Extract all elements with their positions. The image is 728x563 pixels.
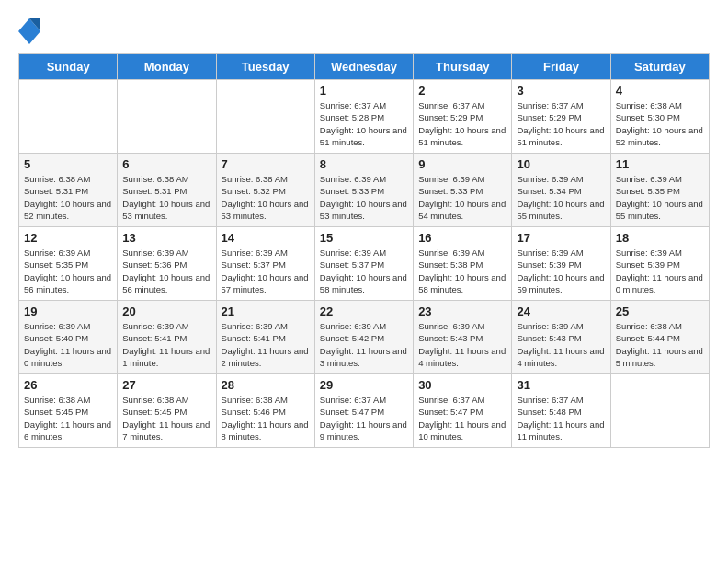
- day-number: 14: [222, 231, 310, 245]
- day-number: 16: [418, 231, 506, 245]
- calendar-cell: 3Sunrise: 6:37 AM Sunset: 5:29 PM Daylig…: [512, 80, 610, 154]
- calendar-cell: 16Sunrise: 6:39 AM Sunset: 5:38 PM Dayli…: [414, 227, 512, 301]
- day-number: 9: [418, 157, 506, 171]
- day-number: 2: [418, 84, 506, 98]
- calendar-cell: 25Sunrise: 6:38 AM Sunset: 5:44 PM Dayli…: [610, 301, 709, 374]
- calendar-week-row: 12Sunrise: 6:39 AM Sunset: 5:35 PM Dayli…: [19, 227, 710, 301]
- day-number: 22: [320, 304, 408, 318]
- day-number: 4: [616, 84, 704, 98]
- calendar-cell: 9Sunrise: 6:39 AM Sunset: 5:33 PM Daylig…: [414, 154, 512, 227]
- calendar-week-row: 5Sunrise: 6:38 AM Sunset: 5:31 PM Daylig…: [19, 154, 710, 227]
- calendar-cell: 30Sunrise: 6:37 AM Sunset: 5:47 PM Dayli…: [414, 374, 512, 448]
- day-of-week-header: Saturday: [610, 54, 709, 80]
- day-info: Sunrise: 6:39 AM Sunset: 5:39 PM Dayligh…: [517, 247, 605, 295]
- day-info: Sunrise: 6:39 AM Sunset: 5:35 PM Dayligh…: [24, 247, 112, 295]
- day-number: 15: [320, 231, 408, 245]
- day-number: 13: [122, 231, 210, 245]
- day-number: 6: [122, 157, 210, 171]
- calendar-cell: 5Sunrise: 6:38 AM Sunset: 5:31 PM Daylig…: [19, 154, 118, 227]
- calendar-cell: 27Sunrise: 6:38 AM Sunset: 5:45 PM Dayli…: [118, 374, 216, 448]
- day-of-week-header: Thursday: [414, 54, 512, 80]
- calendar-week-row: 1Sunrise: 6:37 AM Sunset: 5:28 PM Daylig…: [19, 80, 710, 154]
- day-number: 3: [517, 84, 605, 98]
- day-info: Sunrise: 6:39 AM Sunset: 5:36 PM Dayligh…: [122, 247, 210, 295]
- days-of-week-row: SundayMondayTuesdayWednesdayThursdayFrid…: [19, 54, 710, 80]
- day-number: 12: [24, 231, 112, 245]
- calendar-cell: 13Sunrise: 6:39 AM Sunset: 5:36 PM Dayli…: [118, 227, 216, 301]
- calendar-cell: 17Sunrise: 6:39 AM Sunset: 5:39 PM Dayli…: [512, 227, 610, 301]
- calendar-cell: 2Sunrise: 6:37 AM Sunset: 5:29 PM Daylig…: [414, 80, 512, 154]
- day-number: 25: [616, 304, 704, 318]
- calendar-cell: 14Sunrise: 6:39 AM Sunset: 5:37 PM Dayli…: [216, 227, 314, 301]
- calendar-cell: 26Sunrise: 6:38 AM Sunset: 5:45 PM Dayli…: [19, 374, 118, 448]
- day-info: Sunrise: 6:39 AM Sunset: 5:41 PM Dayligh…: [222, 320, 310, 369]
- day-number: 10: [517, 157, 605, 171]
- day-info: Sunrise: 6:38 AM Sunset: 5:31 PM Dayligh…: [24, 173, 112, 222]
- day-number: 24: [517, 304, 605, 318]
- day-info: Sunrise: 6:39 AM Sunset: 5:34 PM Dayligh…: [517, 173, 605, 222]
- day-of-week-header: Sunday: [19, 54, 118, 80]
- calendar-cell: 12Sunrise: 6:39 AM Sunset: 5:35 PM Dayli…: [19, 227, 118, 301]
- calendar-body: 1Sunrise: 6:37 AM Sunset: 5:28 PM Daylig…: [19, 80, 710, 448]
- day-info: Sunrise: 6:37 AM Sunset: 5:48 PM Dayligh…: [517, 394, 605, 442]
- day-number: 31: [517, 378, 605, 392]
- day-info: Sunrise: 6:39 AM Sunset: 5:42 PM Dayligh…: [320, 320, 408, 369]
- day-info: Sunrise: 6:39 AM Sunset: 5:40 PM Dayligh…: [24, 320, 112, 369]
- day-number: 20: [122, 304, 210, 318]
- calendar-cell: 18Sunrise: 6:39 AM Sunset: 5:39 PM Dayli…: [610, 227, 709, 301]
- calendar-cell: [216, 80, 314, 154]
- calendar-cell: 11Sunrise: 6:39 AM Sunset: 5:35 PM Dayli…: [610, 154, 709, 227]
- calendar-cell: 24Sunrise: 6:39 AM Sunset: 5:43 PM Dayli…: [512, 301, 610, 374]
- day-info: Sunrise: 6:37 AM Sunset: 5:47 PM Dayligh…: [418, 394, 506, 442]
- day-number: 18: [616, 231, 704, 245]
- day-info: Sunrise: 6:37 AM Sunset: 5:28 PM Dayligh…: [320, 99, 408, 148]
- calendar-cell: 6Sunrise: 6:38 AM Sunset: 5:31 PM Daylig…: [118, 154, 216, 227]
- day-number: 27: [122, 378, 210, 392]
- day-info: Sunrise: 6:38 AM Sunset: 5:31 PM Dayligh…: [122, 173, 210, 222]
- day-info: Sunrise: 6:37 AM Sunset: 5:29 PM Dayligh…: [517, 99, 605, 148]
- calendar-cell: [610, 374, 709, 448]
- day-info: Sunrise: 6:39 AM Sunset: 5:37 PM Dayligh…: [320, 247, 408, 295]
- day-number: 5: [24, 157, 112, 171]
- day-number: 11: [616, 157, 704, 171]
- day-info: Sunrise: 6:39 AM Sunset: 5:33 PM Dayligh…: [320, 173, 408, 222]
- calendar-cell: 8Sunrise: 6:39 AM Sunset: 5:33 PM Daylig…: [314, 154, 413, 227]
- calendar-cell: 7Sunrise: 6:38 AM Sunset: 5:32 PM Daylig…: [216, 154, 314, 227]
- day-number: 30: [418, 378, 506, 392]
- day-info: Sunrise: 6:38 AM Sunset: 5:45 PM Dayligh…: [24, 394, 112, 442]
- day-info: Sunrise: 6:38 AM Sunset: 5:46 PM Dayligh…: [222, 394, 310, 442]
- calendar-table: SundayMondayTuesdayWednesdayThursdayFrid…: [18, 53, 710, 448]
- calendar-cell: 31Sunrise: 6:37 AM Sunset: 5:48 PM Dayli…: [512, 374, 610, 448]
- calendar-cell: 1Sunrise: 6:37 AM Sunset: 5:28 PM Daylig…: [314, 80, 413, 154]
- calendar-cell: 22Sunrise: 6:39 AM Sunset: 5:42 PM Dayli…: [314, 301, 413, 374]
- calendar-cell: 4Sunrise: 6:38 AM Sunset: 5:30 PM Daylig…: [610, 80, 709, 154]
- calendar-cell: 10Sunrise: 6:39 AM Sunset: 5:34 PM Dayli…: [512, 154, 610, 227]
- day-info: Sunrise: 6:39 AM Sunset: 5:38 PM Dayligh…: [418, 247, 506, 295]
- page-header: [18, 18, 710, 44]
- day-info: Sunrise: 6:38 AM Sunset: 5:44 PM Dayligh…: [616, 320, 704, 369]
- calendar-cell: 23Sunrise: 6:39 AM Sunset: 5:43 PM Dayli…: [414, 301, 512, 374]
- day-info: Sunrise: 6:37 AM Sunset: 5:29 PM Dayligh…: [418, 99, 506, 148]
- day-info: Sunrise: 6:39 AM Sunset: 5:39 PM Dayligh…: [616, 247, 704, 295]
- calendar-cell: 15Sunrise: 6:39 AM Sunset: 5:37 PM Dayli…: [314, 227, 413, 301]
- day-number: 7: [222, 157, 310, 171]
- calendar-cell: 19Sunrise: 6:39 AM Sunset: 5:40 PM Dayli…: [19, 301, 118, 374]
- day-info: Sunrise: 6:39 AM Sunset: 5:37 PM Dayligh…: [222, 247, 310, 295]
- day-number: 21: [222, 304, 310, 318]
- logo: [18, 18, 44, 44]
- calendar-week-row: 26Sunrise: 6:38 AM Sunset: 5:45 PM Dayli…: [19, 374, 710, 448]
- calendar-header: SundayMondayTuesdayWednesdayThursdayFrid…: [19, 54, 710, 80]
- day-number: 26: [24, 378, 112, 392]
- day-number: 17: [517, 231, 605, 245]
- day-of-week-header: Friday: [512, 54, 610, 80]
- calendar-cell: 21Sunrise: 6:39 AM Sunset: 5:41 PM Dayli…: [216, 301, 314, 374]
- calendar-cell: 28Sunrise: 6:38 AM Sunset: 5:46 PM Dayli…: [216, 374, 314, 448]
- day-info: Sunrise: 6:39 AM Sunset: 5:33 PM Dayligh…: [418, 173, 506, 222]
- day-info: Sunrise: 6:37 AM Sunset: 5:47 PM Dayligh…: [320, 394, 408, 442]
- day-info: Sunrise: 6:38 AM Sunset: 5:32 PM Dayligh…: [222, 173, 310, 222]
- day-info: Sunrise: 6:38 AM Sunset: 5:30 PM Dayligh…: [616, 99, 704, 148]
- calendar-cell: [19, 80, 118, 154]
- day-info: Sunrise: 6:39 AM Sunset: 5:35 PM Dayligh…: [616, 173, 704, 222]
- day-number: 8: [320, 157, 408, 171]
- day-of-week-header: Wednesday: [314, 54, 413, 80]
